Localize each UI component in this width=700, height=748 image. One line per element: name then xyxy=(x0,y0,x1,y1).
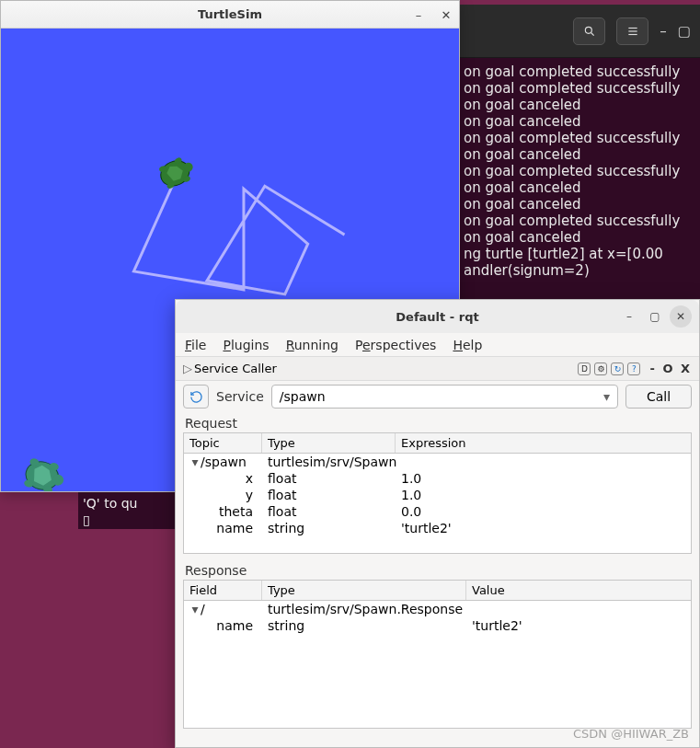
rqt-titlebar[interactable]: Default - rqt – ▢ ✕ xyxy=(176,300,699,333)
toolbar-suffix[interactable]: - O X xyxy=(649,362,692,375)
col-field[interactable]: Field xyxy=(184,581,262,600)
menu-help[interactable]: Help xyxy=(453,338,482,352)
chevron-down-icon: ▾ xyxy=(603,389,610,404)
turtle-sprite-1 xyxy=(156,154,198,191)
turtlesim-titlebar[interactable]: TurtleSim – ✕ xyxy=(1,1,459,29)
service-label: Service xyxy=(216,389,264,404)
terminal-line: on goal canceled xyxy=(464,113,696,130)
response-tree[interactable]: Field Type Value ▾/ turtlesim/srv/Spawn.… xyxy=(183,580,692,729)
service-caller-label: ▷Service Caller xyxy=(183,362,277,375)
terminal-line: on goal completed successfully xyxy=(464,130,696,146)
minimize-icon[interactable]: – xyxy=(618,305,640,328)
turtle-trail xyxy=(133,179,344,294)
terminal-line: on goal canceled xyxy=(464,196,696,213)
terminal-line: on goal canceled xyxy=(464,179,696,196)
minimize-icon[interactable]: – xyxy=(660,23,667,40)
call-button[interactable]: Call xyxy=(625,385,692,409)
terminal-output[interactable]: on goal completed successfullyon goal co… xyxy=(460,58,700,282)
service-caller-header: ▷Service Caller D ⚙ ↻ ? - O X xyxy=(176,357,699,381)
rqt-title: Default - rqt xyxy=(396,310,478,324)
col-topic[interactable]: Topic xyxy=(184,433,262,453)
menu-file[interactable]: File xyxy=(185,338,206,352)
terminal-line: on goal completed successfully xyxy=(464,80,696,97)
tree-toggle-icon[interactable]: ▾ xyxy=(189,602,201,616)
terminal-line: on goal completed successfully xyxy=(464,213,696,229)
menu-perspectives[interactable]: Perspectives xyxy=(355,338,436,352)
service-select[interactable]: /spawn ▾ xyxy=(271,385,618,409)
col-type[interactable]: Type xyxy=(262,433,396,453)
help-icon[interactable]: ? xyxy=(627,362,640,375)
tree-row[interactable]: ▾/spawn turtlesim/srv/Spawn xyxy=(184,454,691,470)
terminal-line: on goal canceled xyxy=(464,146,696,163)
maximize-icon[interactable]: ▢ xyxy=(678,23,691,40)
terminal2[interactable]: 'Q' to qu ▯ xyxy=(78,492,175,529)
terminal-line: on goal canceled xyxy=(464,97,696,113)
maximize-icon[interactable]: ▢ xyxy=(644,305,666,328)
terminal-line: on goal canceled xyxy=(464,229,696,246)
svg-line-1 xyxy=(591,32,594,35)
response-label: Response xyxy=(176,559,699,580)
close-icon[interactable]: ✕ xyxy=(670,305,692,328)
terminal2-line1: 'Q' to qu xyxy=(83,495,170,512)
service-caller-toolbar: D ⚙ ↻ ? - O X xyxy=(578,362,692,375)
minimize-icon[interactable]: – xyxy=(411,7,426,22)
request-tree-header: Topic Type Expression xyxy=(184,433,691,454)
service-select-value: /spawn xyxy=(280,389,326,404)
rqt-window: Default - rqt – ▢ ✕ File Plugins Running… xyxy=(175,299,700,748)
reload-icon[interactable]: ↻ xyxy=(611,362,624,375)
terminal-line: ng turtle [turtle2] at x=[0.00 xyxy=(464,246,696,262)
gear-icon[interactable]: ⚙ xyxy=(594,362,607,375)
hamburger-icon[interactable] xyxy=(616,17,648,45)
terminal-line: on goal completed successfully xyxy=(464,63,696,80)
turtlesim-title: TurtleSim xyxy=(198,7,262,21)
request-tree[interactable]: Topic Type Expression ▾/spawn turtlesim/… xyxy=(183,432,692,554)
svg-point-0 xyxy=(585,27,591,33)
tree-row[interactable]: ▾/ turtlesim/srv/Spawn.Response xyxy=(184,601,691,617)
refresh-button[interactable] xyxy=(183,385,209,409)
tree-row[interactable]: theta float 0.0 xyxy=(184,503,691,520)
tree-row[interactable]: name string 'turtle2' xyxy=(184,520,691,536)
col-rtype[interactable]: Type xyxy=(262,581,466,600)
turtle-sprite-2 xyxy=(22,456,67,491)
service-row: Service /spawn ▾ Call xyxy=(176,381,699,412)
tree-row[interactable]: x float 1.0 xyxy=(184,470,691,487)
response-tree-header: Field Type Value xyxy=(184,581,691,601)
col-value[interactable]: Value xyxy=(466,581,691,600)
menu-plugins[interactable]: Plugins xyxy=(223,338,269,352)
terminal2-cursor: ▯ xyxy=(83,512,170,528)
watermark: CSDN @HIIWAR_ZB xyxy=(573,727,689,741)
tree-toggle-icon[interactable]: ▾ xyxy=(189,455,201,469)
col-expression[interactable]: Expression xyxy=(396,433,691,453)
rqt-menubar: File Plugins Running Perspectives Help xyxy=(176,333,699,357)
search-icon[interactable] xyxy=(573,17,605,45)
terminal-header: – ▢ xyxy=(460,5,700,58)
request-label: Request xyxy=(176,412,699,432)
terminal-line: on goal completed successfully xyxy=(464,163,696,179)
tree-row[interactable]: name string 'turtle2' xyxy=(184,617,691,634)
close-icon[interactable]: ✕ xyxy=(439,7,453,22)
tree-row[interactable]: y float 1.0 xyxy=(184,487,691,503)
menu-running[interactable]: Running xyxy=(286,338,339,352)
d-icon[interactable]: D xyxy=(578,362,591,375)
terminal-line: andler(signum=2) xyxy=(464,262,696,279)
